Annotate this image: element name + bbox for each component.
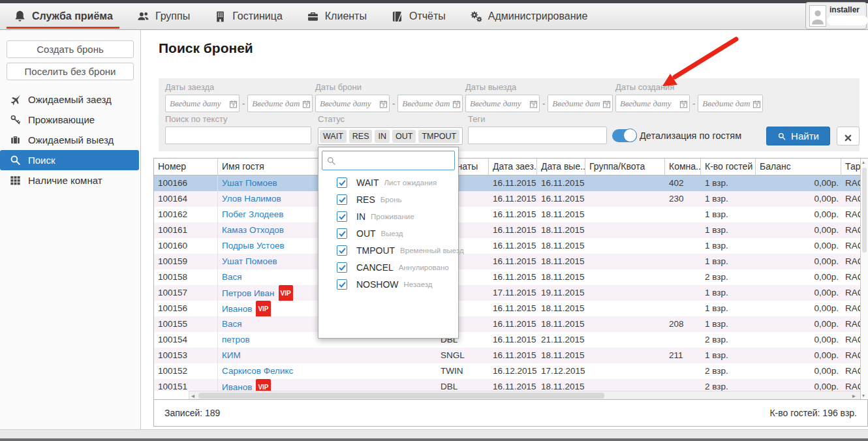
status-multiselect[interactable]: WAITRESINOUTTMPOUTCANCEL	[318, 127, 463, 145]
status-option-CANCEL[interactable]: CANCELАннулировано	[318, 259, 458, 276]
sidebar-item-search[interactable]: Поиск	[0, 150, 139, 170]
cell-num: 100151	[154, 379, 218, 391]
calendar-icon[interactable]	[679, 99, 688, 108]
status-option-WAIT[interactable]: WAITЛист ожидания	[318, 174, 458, 191]
checkbox-icon[interactable]	[337, 177, 347, 188]
table-row[interactable]: 100151ИвановVIPDBL16.11.201518.11.20152 …	[154, 379, 867, 391]
vertical-scroll-thumb[interactable]	[862, 168, 867, 252]
sidebar-item-grid[interactable]: Наличие комнат	[0, 170, 140, 190]
nav-item-bell[interactable]: Служба приёма	[13, 3, 113, 29]
table-row[interactable]: 100154петровDBL16.11.201521.11.20152 взр…	[154, 332, 867, 348]
table-row[interactable]: 100153КИМSNGL16.11.201518.11.20152111 вз…	[154, 348, 867, 363]
table-row[interactable]: 100158Вася16.11.201518.11.20152 взр.0,00…	[154, 269, 867, 285]
guest-name-link[interactable]: Иванов	[222, 382, 252, 391]
status-chip-IN[interactable]: IN	[375, 130, 390, 143]
table-row[interactable]: 100155Вася16.11.201518.11.20152081 взр.0…	[154, 316, 867, 332]
calendar-icon[interactable]	[529, 99, 538, 108]
table-row[interactable]: 100164Улов Налимов16.11.201516.11.201523…	[154, 191, 867, 207]
status-chip-TMPOUT[interactable]: TMPOUT	[418, 130, 459, 143]
column-header-guests[interactable]: К-во гостей	[701, 159, 756, 175]
table-row[interactable]: 100161Камаз Отходов16.11.201518.11.20151…	[154, 222, 867, 238]
calendar-icon[interactable]	[229, 99, 238, 108]
calendar-icon[interactable]	[452, 99, 461, 108]
status-dropdown-search-input[interactable]	[322, 151, 454, 170]
status-chip-CANCEL[interactable]: CANCEL	[462, 130, 463, 143]
guest-name-link[interactable]: Побег Злодеев	[222, 209, 283, 219]
tags-input[interactable]	[468, 127, 607, 144]
horizontal-scrollbar[interactable]: ◂ ▸	[154, 391, 867, 399]
scroll-up-arrow-icon[interactable]: ▴	[862, 159, 865, 165]
clear-filters-button[interactable]	[837, 127, 860, 145]
guest-name-link[interactable]: Петров Иван	[222, 288, 275, 298]
checkbox-icon[interactable]	[337, 211, 347, 222]
table-row[interactable]: 100162Побег Злодеев16.11.201518.11.20151…	[154, 207, 867, 222]
status-chip-WAIT[interactable]: WAIT	[320, 130, 347, 143]
table-row[interactable]: 100152Саркисов ФеликсTWIN16.12.201517.12…	[154, 363, 867, 379]
guest-name-link[interactable]: КИМ	[222, 350, 241, 360]
sidebar-item-suitcase[interactable]: Ожидаемый выезд	[0, 130, 140, 150]
scroll-right-arrow-icon[interactable]: ▸	[852, 391, 856, 400]
column-header-departure[interactable]: Дата вые...	[537, 159, 585, 175]
table-row[interactable]: 100159Ушат Помоев16.11.201518.11.20151 в…	[154, 254, 867, 269]
status-chip-RES[interactable]: RES	[349, 130, 373, 143]
calendar-icon[interactable]	[752, 99, 761, 108]
column-header-room[interactable]: Комна...	[665, 159, 701, 175]
column-header-balance[interactable]: Баланс	[756, 159, 841, 175]
status-option-OUT[interactable]: OUTВыезд	[318, 225, 458, 242]
tags-group: Теги	[468, 114, 607, 144]
sidebar-item-key[interactable]: Проживающие	[0, 110, 140, 130]
find-button[interactable]: Найти	[766, 127, 830, 145]
column-header-arrival[interactable]: Дата заез...	[489, 159, 537, 175]
cell-room	[665, 363, 701, 379]
table-row[interactable]: 100156ИвановVIP16.11.201518.11.20151 взр…	[154, 301, 867, 316]
sidebar-item-plane[interactable]: Ожидаемый заезд	[0, 89, 140, 110]
status-option-TMPOUT[interactable]: TMPOUTВременный выезд	[318, 242, 458, 259]
checkbox-icon[interactable]	[337, 279, 347, 290]
user-menu[interactable]: installer	[805, 2, 867, 29]
table-row[interactable]: 100157Петров ИванVIP17.11.201519.11.2015…	[154, 285, 867, 301]
vertical-scrollbar[interactable]: ▴ ▾	[860, 159, 868, 399]
status-option-NOSHOW[interactable]: NOSHOWНезаезд	[318, 276, 458, 293]
date-from-input[interactable]	[315, 95, 390, 112]
nav-item-building[interactable]: Гостиница	[213, 3, 283, 29]
column-header-group[interactable]: Группа/Квота	[585, 159, 665, 175]
scroll-down-arrow-icon[interactable]: ▾	[862, 393, 865, 399]
guest-name-link[interactable]: Вася	[222, 272, 242, 282]
guest-name-link[interactable]: Ушат Помоев	[222, 256, 277, 266]
horizontal-scroll-thumb[interactable]	[198, 393, 604, 399]
checkbox-icon[interactable]	[337, 262, 347, 273]
guest-name-link[interactable]: Иванов	[222, 304, 252, 314]
status-option-IN[interactable]: INПроживание	[318, 208, 458, 225]
guest-name-link[interactable]: Вася	[222, 319, 242, 329]
status-option-RES[interactable]: RESБронь	[318, 191, 458, 208]
guest-name-link[interactable]: Саркисов Феликс	[222, 366, 293, 376]
nav-item-briefcase[interactable]: Клиенты	[306, 3, 367, 29]
guest-name-link[interactable]: Улов Налимов	[222, 194, 281, 204]
table-row[interactable]: 100160Подрыв Устоев16.11.201518.11.20151…	[154, 238, 867, 254]
guest-name-link[interactable]: Камаз Отходов	[222, 225, 284, 235]
guest-detail-toggle[interactable]	[612, 129, 637, 142]
checkin-without-booking-button[interactable]: Поселить без брони	[7, 63, 134, 80]
guest-name-link[interactable]: петров	[222, 335, 250, 344]
calendar-icon[interactable]	[379, 99, 388, 108]
checkbox-icon[interactable]	[337, 194, 347, 205]
guest-name-link[interactable]: Подрыв Устоев	[222, 241, 285, 251]
table-row[interactable]: 100166Ушат Помоев16.11.201516.11.2015402…	[154, 175, 867, 191]
guest-name-link[interactable]: Ушат Помоев	[222, 178, 277, 188]
nav-item-users[interactable]: Группы	[136, 3, 190, 29]
calendar-icon[interactable]	[302, 99, 311, 108]
create-booking-button[interactable]: Создать бронь	[7, 40, 134, 58]
cell-guests: 1 взр.	[701, 175, 756, 191]
date-from-input[interactable]	[165, 95, 240, 112]
scroll-left-arrow-icon[interactable]: ◂	[191, 391, 194, 400]
status-chip-OUT[interactable]: OUT	[392, 130, 416, 143]
column-header-num[interactable]: Номер	[154, 159, 218, 175]
date-from-input[interactable]	[465, 95, 540, 112]
text-search-input[interactable]	[165, 127, 311, 144]
checkbox-icon[interactable]	[337, 245, 347, 256]
calendar-icon[interactable]	[602, 99, 611, 108]
nav-item-gears[interactable]: Администрирование	[469, 3, 588, 29]
checkbox-icon[interactable]	[337, 228, 347, 239]
nav-item-book[interactable]: Отчёты	[390, 3, 446, 29]
date-from-input[interactable]	[615, 95, 690, 112]
